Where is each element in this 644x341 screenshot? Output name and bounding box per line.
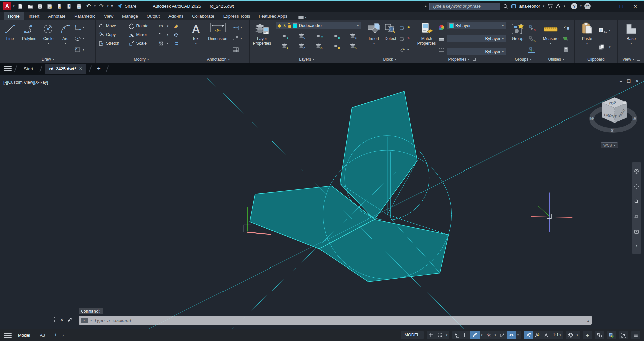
model-layout-tab[interactable]: Model	[15, 331, 33, 340]
qat-customize-icon[interactable]: ▼	[110, 4, 114, 8]
help-caret-icon[interactable]: ▾	[580, 5, 582, 8]
object-snap-tracking-icon[interactable]	[498, 331, 507, 339]
measure-button[interactable]: Measure ▾	[541, 21, 560, 56]
tab-collaborate[interactable]: Collaborate	[188, 12, 219, 20]
quick-select-icon[interactable]	[562, 25, 570, 31]
tab-output[interactable]: Output	[142, 12, 164, 20]
a3-layout-tab[interactable]: A3	[36, 331, 48, 340]
panel-title-block[interactable]: Block▾	[364, 56, 415, 63]
fillet-icon[interactable]	[157, 32, 165, 38]
tab-view[interactable]: View	[100, 12, 118, 20]
panel-title-properties[interactable]: Properties▾	[415, 56, 508, 63]
open-folder-icon[interactable]	[26, 2, 34, 10]
panel-title-draw[interactable]: Draw▾	[0, 56, 95, 63]
search-input[interactable]	[429, 3, 500, 10]
apps-caret-icon[interactable]: ▾	[564, 5, 565, 8]
redo-caret-icon[interactable]: ▾	[107, 5, 109, 8]
layout-menu-icon[interactable]	[4, 333, 12, 338]
view-dialog-launcher-icon[interactable]	[637, 58, 640, 61]
text-button[interactable]: A Text ▾	[189, 21, 203, 56]
object-color-icon[interactable]	[438, 25, 445, 31]
grid-display-icon[interactable]	[427, 331, 436, 339]
mirror-button[interactable]: Mirror	[129, 32, 153, 38]
select-similar-icon[interactable]	[562, 36, 570, 42]
tab-annotate[interactable]: Annotate	[44, 12, 70, 20]
table-icon[interactable]	[232, 47, 239, 53]
linetype-dropdown[interactable]: ByLayer▾	[447, 48, 506, 55]
feedback-icon[interactable]: ◠	[584, 3, 591, 9]
layer-unisolate-icon[interactable]: ↗	[298, 43, 305, 49]
cut-icon[interactable]: ✂	[598, 27, 605, 33]
share-button[interactable]: Share	[117, 3, 136, 9]
ortho-mode-icon[interactable]	[461, 331, 470, 339]
viewcube-cube[interactable]: TOP FRONT RIGHT	[602, 97, 627, 123]
erase-icon[interactable]	[172, 23, 180, 29]
zoom-icon[interactable]	[634, 199, 639, 204]
maximize-button[interactable]: ☐	[615, 4, 627, 9]
viewport-close-icon[interactable]: ✕	[635, 79, 639, 84]
wcs-button[interactable]: WCS▾	[601, 142, 618, 148]
lineweight-icon[interactable]	[438, 36, 445, 42]
clean-screen-icon[interactable]	[619, 331, 628, 339]
tab-insert[interactable]: Insert	[24, 12, 44, 20]
isometric-drafting-icon[interactable]	[484, 331, 493, 339]
layer-lock-icon[interactable]: ■	[332, 33, 339, 39]
move-button[interactable]: Move	[98, 23, 124, 29]
isolate-objects-icon[interactable]	[595, 331, 604, 339]
layer-make-current-icon[interactable]: ●	[349, 33, 356, 39]
array-icon[interactable]	[157, 40, 165, 46]
new-tab-button[interactable]: +	[94, 65, 103, 72]
panel-title-view[interactable]: View▾	[618, 56, 644, 63]
customization-plus-icon[interactable]: +	[583, 331, 592, 339]
snap-caret-icon[interactable]: ▾	[445, 331, 449, 339]
group-edit-icon[interactable]: ✎	[528, 36, 535, 42]
isodraft-caret-icon[interactable]: ▾	[493, 331, 498, 339]
layer-off-icon[interactable]: ●	[281, 33, 288, 39]
layer-dropdown[interactable]: ☀ Dodecaedro ▾	[276, 22, 361, 29]
circle-button[interactable]: Circle ▾	[40, 21, 57, 56]
compass-east[interactable]: E	[633, 116, 636, 121]
username[interactable]: ana-leonor	[519, 4, 540, 9]
compass-south[interactable]: S	[611, 128, 614, 133]
polar-tracking-icon[interactable]	[470, 331, 480, 339]
navbar-more-icon[interactable]: ▾	[636, 244, 637, 247]
dynamic-input-icon[interactable]	[452, 331, 461, 339]
search-icon[interactable]	[503, 4, 508, 9]
viewcube[interactable]: W S E TOP FRONT RIGHT WCS▾	[588, 89, 638, 153]
minimize-button[interactable]: –	[601, 4, 613, 9]
viewport-minimize-icon[interactable]: –	[620, 79, 622, 84]
paste-button[interactable]: Paste ▾	[579, 21, 595, 56]
panel-title-modify[interactable]: Modify▾	[96, 56, 187, 63]
polar-caret-icon[interactable]: ▾	[480, 331, 484, 339]
new-file-icon[interactable]	[16, 2, 24, 10]
viewport-controls-label[interactable]: [-][Custom View][X-Ray]	[3, 80, 48, 85]
user-menu-caret-icon[interactable]: ▾	[543, 5, 544, 8]
app-store-cart-icon[interactable]	[547, 3, 553, 9]
line-button[interactable]: Line	[2, 21, 18, 56]
polyline-button[interactable]: Polyline	[19, 21, 39, 56]
model-space-button[interactable]: MODEL	[401, 331, 424, 339]
layer-freeze-icon[interactable]: *	[315, 33, 322, 39]
close-button[interactable]: ✕	[630, 4, 641, 9]
graphics-performance-icon[interactable]	[607, 331, 616, 339]
explode-icon[interactable]	[172, 32, 180, 38]
leader-icon[interactable]	[232, 36, 239, 42]
annotation-visibility-icon[interactable]	[524, 331, 533, 339]
create-block-icon[interactable]	[399, 25, 406, 31]
drawing-area[interactable]: [-][Custom View][X-Ray] – ☐ ✕ W S E TOP …	[0, 75, 644, 329]
open-from-web-icon[interactable]	[55, 2, 63, 10]
group-button[interactable]: Group	[510, 21, 526, 56]
showmotion-icon[interactable]	[634, 229, 639, 234]
autodesk-apps-icon[interactable]	[555, 3, 561, 9]
scale-button[interactable]: Scale	[129, 41, 153, 46]
navigation-wheel-icon[interactable]	[634, 169, 639, 174]
base-button[interactable]: Base ▾	[623, 21, 640, 56]
rectangle-tool-icon[interactable]	[74, 25, 82, 31]
annotation-autoscale-icon[interactable]	[533, 331, 542, 339]
ellipse-tool-icon[interactable]	[74, 36, 82, 42]
app-logo-icon[interactable]: A	[3, 2, 11, 10]
copy-clip-icon[interactable]	[598, 44, 605, 50]
layer-thaw-all-icon[interactable]: ☀	[315, 43, 322, 49]
tab-addins[interactable]: Add-ins	[164, 12, 188, 20]
dimension-button[interactable]: Dimension	[206, 21, 230, 56]
